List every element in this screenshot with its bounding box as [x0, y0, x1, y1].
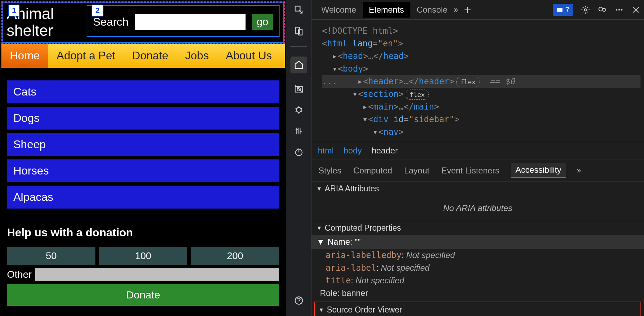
donation-amount-button[interactable]: 50 — [7, 247, 95, 265]
nav-about[interactable]: About Us — [217, 44, 280, 68]
source-order-viewer-highlight: ▼Source Order Viewer ✓ Show source order — [314, 302, 641, 316]
side-panel-tabs: Styles Computed Layout Event Listeners A… — [311, 159, 644, 182]
computed-name-row[interactable]: ▼Name: "" — [311, 235, 644, 249]
device-emulation-icon[interactable] — [293, 25, 304, 37]
devtools-activity-bar — [286, 0, 311, 316]
donate-button[interactable]: Donate — [7, 284, 279, 306]
nav-jobs[interactable]: Jobs — [177, 44, 217, 68]
svg-point-11 — [603, 8, 606, 11]
svg-point-5 — [296, 107, 301, 112]
issues-count: 7 — [565, 5, 570, 14]
show-source-order-row[interactable]: ✓ Show source order — [318, 315, 637, 316]
elements-tool-icon[interactable] — [290, 57, 307, 73]
list-item[interactable]: Horses — [7, 159, 279, 182]
source-order-badge-2: 2 — [92, 5, 103, 17]
tab-styles[interactable]: Styles — [318, 164, 342, 178]
donation-heading: Help us with a donation — [7, 226, 279, 239]
performance-icon[interactable] — [293, 146, 304, 158]
svg-rect-8 — [557, 8, 562, 12]
list-item[interactable]: Alpacas — [7, 186, 279, 209]
nav-home[interactable]: Home — [1, 44, 48, 68]
prop-title: title: Not specified — [311, 274, 644, 287]
source-order-badge-1: 1 — [8, 5, 20, 17]
feedback-icon[interactable] — [598, 5, 607, 14]
donation-amount-button[interactable]: 200 — [191, 247, 279, 265]
crumb-body[interactable]: body — [343, 146, 362, 156]
nav-adopt[interactable]: Adopt a Pet — [48, 44, 123, 68]
page-header-highlight: 1 2 Animal shelter Search go — [1, 1, 285, 44]
svg-point-6 — [295, 149, 302, 156]
more-icon[interactable] — [615, 5, 624, 14]
svg-point-13 — [618, 9, 620, 10]
devtools: Welcome Elements Console » 7 — [286, 0, 644, 316]
tab-welcome[interactable]: Welcome — [315, 2, 363, 18]
svg-point-14 — [621, 9, 622, 10]
tab-event-listeners[interactable]: Event Listeners — [441, 164, 500, 178]
header-inner: Animal shelter Search go — [2, 2, 284, 43]
nav-donate[interactable]: Donate — [124, 44, 177, 68]
tab-computed[interactable]: Computed — [353, 164, 393, 178]
tab-layout[interactable]: Layout — [403, 164, 430, 178]
devtools-tabs: Welcome Elements Console » 7 — [311, 0, 644, 20]
dom-selected-header[interactable]: ... ▸<header>…</header>flex == $0 — [322, 75, 640, 88]
more-tabs-icon[interactable]: » — [454, 5, 458, 14]
prop-aria-label: aria-label: Not specified — [311, 262, 644, 274]
computed-properties-section[interactable]: ▼Computed Properties — [316, 223, 639, 233]
tab-elements[interactable]: Elements — [363, 2, 410, 18]
svg-point-10 — [599, 7, 603, 11]
prop-role: Role: banner — [311, 287, 644, 299]
issues-badge[interactable]: 7 — [553, 4, 573, 16]
dom-tree[interactable]: <!DOCTYPE html> <html lang="en"> ▸<head>… — [311, 20, 644, 142]
page-main: Cats Dogs Sheep Horses Alpacas Help us w… — [0, 68, 286, 313]
donation-amount-button[interactable]: 100 — [99, 247, 187, 265]
prop-aria-labelledby: aria-labelledby: Not specified — [311, 249, 644, 262]
list-item[interactable]: Cats — [7, 80, 279, 103]
svg-rect-2 — [298, 30, 302, 35]
donation-other-label: Other — [7, 269, 32, 280]
donation-amount-row: 50 100 200 — [7, 247, 279, 265]
svg-point-9 — [584, 8, 587, 11]
list-item[interactable]: Sheep — [7, 133, 279, 156]
search-go-button[interactable]: go — [252, 14, 273, 30]
aria-empty-text: No ARIA attributes — [311, 196, 644, 221]
bug-icon[interactable] — [293, 104, 304, 116]
aria-attributes-section[interactable]: ▼ARIA Attributes — [316, 184, 639, 193]
network-icon[interactable] — [293, 125, 304, 137]
svg-point-12 — [616, 9, 617, 10]
separator — [290, 46, 307, 47]
source-order-viewer-section[interactable]: ▼Source Order Viewer — [318, 305, 637, 315]
add-tab-icon[interactable] — [463, 5, 472, 14]
dom-doctype: <!DOCTYPE html> — [322, 26, 398, 36]
search-input[interactable] — [135, 14, 245, 30]
donation-other-input[interactable] — [35, 268, 279, 281]
settings-icon[interactable] — [581, 5, 590, 14]
devtools-main: Welcome Elements Console » 7 — [311, 0, 644, 316]
accessibility-panel: ▼ARIA Attributes No ARIA attributes ▼Com… — [311, 182, 644, 316]
dom-breadcrumb: html body header — [311, 142, 644, 159]
svg-rect-1 — [295, 27, 300, 34]
inspect-icon[interactable] — [293, 4, 304, 15]
close-icon[interactable] — [631, 5, 640, 14]
crumb-header[interactable]: header — [371, 146, 398, 156]
crumb-html[interactable]: html — [318, 146, 334, 156]
primary-nav: Home Adopt a Pet Donate Jobs About Us — [1, 44, 285, 68]
more-panel-tabs-icon[interactable]: » — [577, 166, 581, 175]
help-icon[interactable] — [293, 295, 304, 306]
search-form: Search go — [87, 5, 280, 37]
donation-other-row: Other — [7, 268, 279, 281]
search-label: Search — [93, 15, 128, 28]
list-item[interactable]: Dogs — [7, 107, 279, 130]
tab-accessibility[interactable]: Accessibility — [511, 163, 566, 178]
tab-console[interactable]: Console — [410, 2, 454, 18]
animal-list: Cats Dogs Sheep Horses Alpacas — [7, 80, 279, 209]
rendered-page: 1 2 Animal shelter Search go Home Adopt … — [0, 0, 286, 316]
screenshot-icon[interactable] — [293, 83, 304, 94]
